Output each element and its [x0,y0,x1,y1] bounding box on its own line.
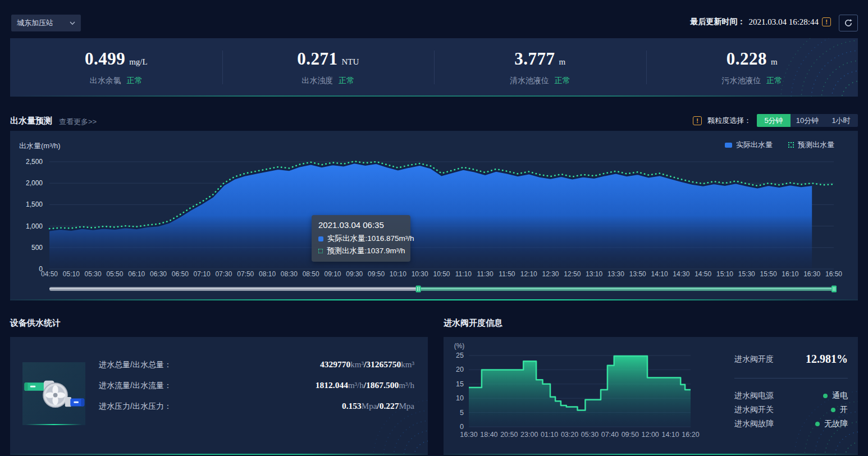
refresh-icon [844,19,853,28]
chevron-down-icon [70,20,75,26]
granularity-10min-button[interactable]: 10分钟 [791,114,824,127]
svg-text:06:50: 06:50 [172,270,189,278]
granularity-1hour-button[interactable]: 1小时 [824,114,858,127]
svg-text:25: 25 [456,352,464,359]
station-select-value: 城东加压站 [17,18,53,28]
svg-text:1,000: 1,000 [26,222,43,230]
legend-swatch-predicted [788,142,794,148]
svg-text:23:00: 23:00 [520,431,538,439]
svg-text:16:30: 16:30 [460,431,477,439]
chart-legend: 实际出水量 预测出水量 [725,140,834,150]
svg-text:08:50: 08:50 [303,270,319,278]
svg-text:2,000: 2,000 [26,179,43,187]
station-select-dropdown[interactable]: 城东加压站 [11,15,81,31]
tooltip-date: 2021.03.04 06:35 [318,220,404,230]
svg-text:(%): (%) [454,342,465,350]
svg-text:05:10: 05:10 [63,270,80,278]
svg-text:20:50: 20:50 [500,431,518,439]
svg-text:07:10: 07:10 [194,270,211,278]
stat-label: 出水浊度正常 [301,76,354,86]
supply-stats-panel: 进水总量/出水总量： 4329770km³/31265750km³ 进水流量/出… [10,337,428,455]
stat-clean-tank-level: 3.777m 清水池液位正常 [434,38,646,97]
stat-effluent-turbidity: 0.271NTU 出水浊度正常 [222,38,435,97]
tooltip-swatch-predicted [318,249,323,253]
supply-row-flow: 进水流量/出水流量： 1812.044m³/h/1867.500m³/h [99,380,414,401]
svg-text:05:30: 05:30 [581,431,599,439]
status-dot [815,422,820,426]
svg-text:04:50: 04:50 [41,270,58,278]
chart-tooltip: 2021.03.04 06:35 实际出水量:1016.875m³/h 预测出水… [312,215,410,262]
svg-text:16:50: 16:50 [825,270,842,278]
svg-text:07:50: 07:50 [237,270,254,278]
svg-text:06:10: 06:10 [128,270,145,278]
svg-text:07:30: 07:30 [215,270,232,278]
warning-icon[interactable]: ! [693,116,702,125]
supply-rows: 进水总量/出水总量： 4329770km³/31265750km³ 进水流量/出… [99,359,414,422]
forecast-section-title: 出水量预测 [10,116,52,126]
legend-predicted[interactable]: 预测出水量 [788,140,834,150]
svg-text:12:00: 12:00 [642,431,659,439]
refresh-button[interactable] [839,15,858,31]
warning-icon[interactable]: ! [822,17,831,26]
svg-text:500: 500 [31,244,43,252]
svg-text:15: 15 [456,380,464,388]
pump-card [22,362,85,425]
svg-text:20: 20 [456,366,464,373]
last-update-label: 最后更新时间： [690,17,745,27]
stat-value: 0.499mg/L [85,49,148,69]
svg-text:14:10: 14:10 [651,270,668,278]
svg-text:10:30: 10:30 [412,270,428,278]
supply-section-title: 设备供水统计 [10,318,61,329]
stat-effluent-chlorine: 0.499mg/L 出水余氯正常 [10,38,222,97]
granularity-group: 5分钟 10分钟 1小时 [757,114,858,127]
granularity-label: 颗粒度选择： [707,116,751,126]
svg-text:10: 10 [456,394,464,402]
pump-icon [22,367,85,421]
stat-label: 出水余氯正常 [90,76,143,86]
svg-text:2,500: 2,500 [26,158,43,166]
svg-text:05:30: 05:30 [85,270,102,278]
svg-text:07:40: 07:40 [601,431,619,439]
status-badge: 正常 [555,76,570,85]
status-badge: 正常 [127,76,143,85]
svg-text:09:10: 09:10 [324,270,341,278]
svg-text:10:50: 10:50 [433,270,450,278]
valve-switch-row: 进水阀开关 开 [734,403,848,417]
divider [734,378,848,379]
supply-row-total: 进水总量/出水总量： 4329770km³/31265750km³ [99,359,414,380]
stat-sewage-tank-level: 0.228m 污水池液位正常 [646,38,858,97]
valve-power-row: 进水阀电源 通电 [734,389,848,403]
svg-text:05:50: 05:50 [106,270,123,278]
stat-value: 3.777m [514,49,565,69]
status-badge: 正常 [339,76,354,85]
svg-text:11:30: 11:30 [477,270,494,278]
tooltip-actual-row: 实际出水量:1016.875m³/h [318,234,404,244]
svg-text:15:10: 15:10 [716,270,733,278]
valve-info-panel: (%)051015202516:3018:4020:5023:0001:1003… [444,337,858,455]
y-axis-title: 出水量(m³/h) [19,141,61,151]
valve-opening-value: 12.981% [806,353,848,366]
svg-text:14:10: 14:10 [661,431,679,439]
forecast-chart-canvas[interactable]: 05001,0001,5002,0002,50004:5005:1005:300… [10,131,858,300]
svg-text:13:50: 13:50 [629,270,646,278]
last-update-group: 最后更新时间： 2021.03.04 16:28:44 ! [690,17,831,27]
stat-value: 0.228m [727,49,778,69]
svg-text:15:30: 15:30 [738,270,755,278]
svg-text:15:50: 15:50 [760,270,777,278]
svg-text:14:50: 14:50 [695,270,711,278]
svg-text:12:50: 12:50 [564,270,581,278]
valve-chart-canvas[interactable]: (%)051015202516:3018:4020:5023:0001:1003… [444,337,724,455]
tooltip-swatch-actual [318,236,323,241]
svg-text:0: 0 [460,423,464,431]
stat-label: 清水池液位正常 [510,76,570,86]
svg-text:01:10: 01:10 [541,431,558,439]
granularity-bar: ! 颗粒度选择： 5分钟 10分钟 1小时 [693,114,858,127]
granularity-5min-button[interactable]: 5分钟 [757,114,791,127]
status-dot [823,394,828,398]
kpi-stats-band: 0.499mg/L 出水余氯正常 0.271NTU 出水浊度正常 3.777m … [10,38,858,97]
status-badge: 正常 [766,76,782,85]
valve-opening-row: 进水阀开度 12.981% [734,353,848,366]
valve-info-column: 进水阀开度 12.981% 进水阀电源 通电 进水阀开关 开 进水阀故障 无故障 [734,353,848,431]
see-more-link[interactable]: 查看更多>> [59,117,97,127]
legend-actual[interactable]: 实际出水量 [725,140,773,150]
